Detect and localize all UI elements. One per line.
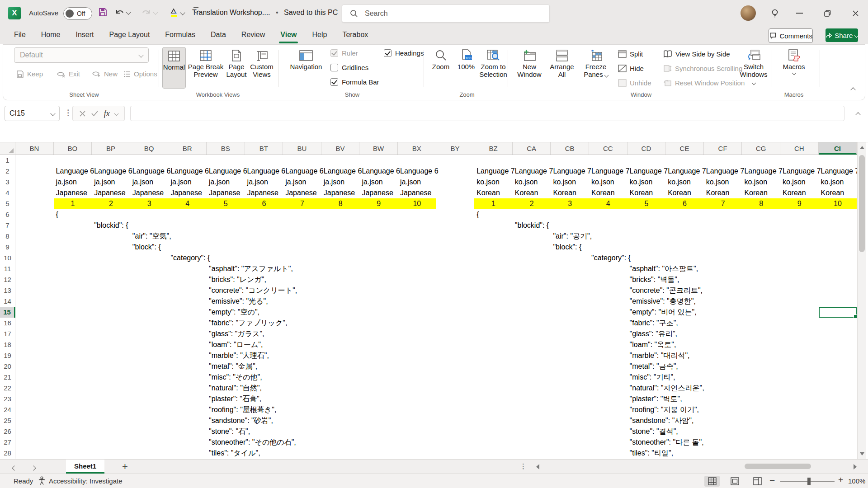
row-header-19[interactable]: 19 xyxy=(0,350,15,361)
cell[interactable]: ko.json xyxy=(706,177,729,188)
name-box[interactable]: CI15 xyxy=(5,106,60,121)
sheet-tab-sheet1[interactable]: Sheet1 xyxy=(66,460,104,474)
navigation-button[interactable]: Navigation xyxy=(286,47,326,70)
row-header-2[interactable]: 2 xyxy=(0,166,15,177)
zoom-button[interactable]: Zoom xyxy=(429,47,453,70)
cell[interactable]: "stoneother": "다른 돌", xyxy=(630,437,704,448)
row-header-17[interactable]: 17 xyxy=(0,328,15,339)
cell[interactable]: 5 xyxy=(207,198,245,209)
cell[interactable]: "concrete": "コンクリート", xyxy=(209,285,297,296)
cell[interactable]: "tiles": "타일", xyxy=(630,448,674,459)
cell[interactable]: 3 xyxy=(551,198,589,209)
next-sheet-arrow[interactable] xyxy=(32,464,35,472)
prev-sheet-arrow[interactable] xyxy=(13,464,16,472)
page-layout-view-shortcut[interactable] xyxy=(727,476,742,487)
cell[interactable]: ja.json xyxy=(56,177,77,188)
comments-button[interactable]: Comments xyxy=(769,28,813,43)
row-header-15[interactable]: 15 xyxy=(0,307,15,318)
cell[interactable]: ja.json xyxy=(362,177,382,188)
column-header-BY[interactable]: BY xyxy=(436,142,475,155)
cell[interactable]: Language 7 xyxy=(630,166,668,177)
row-header-24[interactable]: 24 xyxy=(0,404,15,415)
cell[interactable]: 5 xyxy=(627,198,666,209)
row-header-16[interactable]: 16 xyxy=(0,318,15,328)
row-header-6[interactable]: 6 xyxy=(0,209,15,220)
cell[interactable]: "concrete": "콘크리트", xyxy=(630,285,703,296)
row-header-8[interactable]: 8 xyxy=(0,231,15,242)
scroll-up-arrow[interactable] xyxy=(860,146,864,149)
new-window-button[interactable]: New Window xyxy=(515,47,544,78)
tab-home[interactable]: Home xyxy=(33,26,68,44)
page-layout-view-button[interactable]: Page Layout xyxy=(225,47,248,78)
cell[interactable]: Language 6 xyxy=(56,166,94,177)
cell[interactable]: 8 xyxy=(321,198,360,209)
scroll-left-arrow[interactable] xyxy=(536,464,539,469)
tab-file[interactable]: File xyxy=(6,26,33,44)
share-button[interactable]: Share xyxy=(826,28,858,42)
column-header-BT[interactable]: BT xyxy=(245,142,283,155)
cell[interactable]: Language 7 xyxy=(783,166,821,177)
cell[interactable]: Language 7 xyxy=(821,166,859,177)
row-header-9[interactable]: 9 xyxy=(0,242,15,253)
cell[interactable]: Language 6 xyxy=(324,166,362,177)
row-header-20[interactable]: 20 xyxy=(0,361,15,372)
cell[interactable]: ko.json xyxy=(476,177,500,188)
cell[interactable]: "roofing": "지붕 이기", xyxy=(630,404,699,415)
vertical-scroll-thumb[interactable] xyxy=(859,155,865,252)
zoom-slider-thumb[interactable] xyxy=(807,478,811,485)
row-header-1[interactable]: 1 xyxy=(0,155,15,166)
cell[interactable]: "asphalt": "アスファルト", xyxy=(209,263,293,274)
tab-terabox[interactable]: Terabox xyxy=(335,26,376,44)
horizontal-scrollbar[interactable] xyxy=(545,463,850,469)
cell[interactable]: "sandstone": "사암", xyxy=(630,415,694,426)
fill-color-button[interactable] xyxy=(168,7,184,18)
cell[interactable]: "empty": "空の", xyxy=(209,307,259,318)
cell[interactable]: "misc": "その他", xyxy=(209,372,262,383)
cell[interactable]: ja.json xyxy=(324,177,344,188)
tab-review[interactable]: Review xyxy=(234,26,273,44)
row-header-26[interactable]: 26 xyxy=(0,426,15,437)
zoom-100-button[interactable]: 100 100% xyxy=(454,47,478,70)
hide-button[interactable]: Hide xyxy=(618,63,644,74)
zoom-slider[interactable] xyxy=(780,481,835,482)
row-header-7[interactable]: 7 xyxy=(0,220,15,231)
cell[interactable]: ko.json xyxy=(821,177,844,188)
cell[interactable]: Korean xyxy=(783,188,806,198)
cell[interactable]: ja.json xyxy=(132,177,153,188)
cell[interactable]: "natural": "자연스러운", xyxy=(630,383,704,394)
accessibility-status[interactable]: Accessibility: Investigate xyxy=(38,476,123,485)
cell[interactable]: 2 xyxy=(513,198,551,209)
cell[interactable]: Language 7 xyxy=(553,166,591,177)
cell[interactable]: 2 xyxy=(92,198,130,209)
cell[interactable]: Language 6 xyxy=(170,166,209,177)
row-header-21[interactable]: 21 xyxy=(0,372,15,383)
column-header-BN[interactable]: BN xyxy=(15,142,54,155)
undo-dropdown-chevron[interactable] xyxy=(126,9,131,14)
switch-windows-button[interactable]: Switch Windows xyxy=(737,47,770,86)
cell[interactable]: ja.json xyxy=(209,177,230,188)
insert-function-icon[interactable]: fx xyxy=(104,109,110,118)
cell[interactable]: Japanese xyxy=(132,188,164,198)
cell[interactable]: 6 xyxy=(665,198,704,209)
cell[interactable]: ja.json xyxy=(400,177,421,188)
cell[interactable]: Korean xyxy=(591,188,615,198)
cell[interactable]: Language 6 xyxy=(285,166,324,177)
cell[interactable]: Korean xyxy=(668,188,691,198)
row-header-10[interactable]: 10 xyxy=(0,253,15,263)
cell[interactable]: ja.json xyxy=(170,177,191,188)
cell[interactable]: Korean xyxy=(821,188,844,198)
row-header-22[interactable]: 22 xyxy=(0,383,15,394)
cell[interactable]: "empty": "비어 있는", xyxy=(630,307,697,318)
formula-input[interactable] xyxy=(130,106,844,121)
cell[interactable]: "plaster": "石膏", xyxy=(209,394,261,404)
row-header-23[interactable]: 23 xyxy=(0,394,15,404)
cell[interactable]: "fabric": "ファブリック", xyxy=(209,318,287,328)
cell[interactable]: Korean xyxy=(630,188,653,198)
normal-view-shortcut[interactable] xyxy=(704,476,720,487)
zoom-percentage[interactable]: 100% xyxy=(848,477,865,485)
name-box-chevron[interactable] xyxy=(50,111,55,116)
cell[interactable]: Japanese xyxy=(285,188,316,198)
cell[interactable]: Language 6 xyxy=(132,166,171,177)
custom-views-button[interactable]: Custom Views xyxy=(249,47,274,78)
cell[interactable]: "asphalt": "아스팔트", xyxy=(630,263,698,274)
